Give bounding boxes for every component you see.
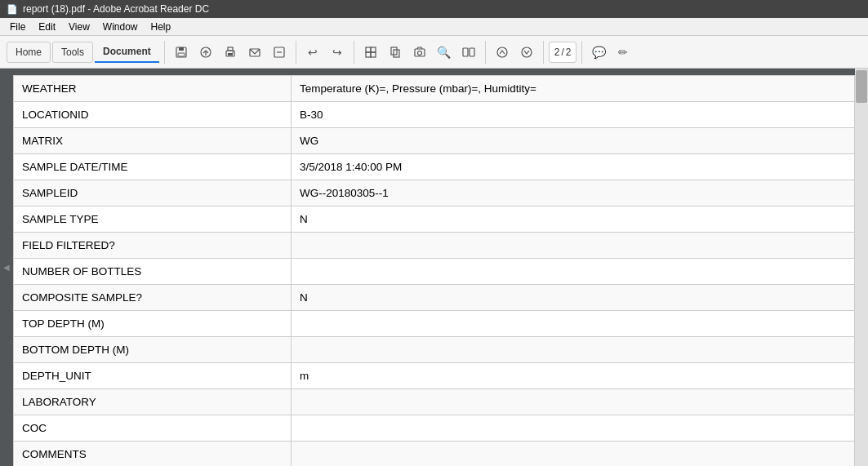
table-cell-value: N — [292, 285, 855, 311]
draw-button[interactable]: ✏ — [612, 41, 634, 64]
title-text: report (18).pdf - Adobe Acrobat Reader D… — [23, 3, 209, 15]
table-cell-value — [292, 233, 855, 259]
page-total: 2 — [566, 47, 572, 58]
table-cell-label: LOCATIONID — [14, 102, 292, 128]
pdf-page: WEATHERTemperature (K)=, Pressure (mbar)… — [13, 75, 855, 466]
upload-button[interactable] — [194, 41, 217, 64]
svg-point-23 — [522, 47, 532, 57]
nav-home[interactable]: Home — [7, 42, 51, 63]
svg-point-19 — [417, 51, 421, 55]
scroll-down-button[interactable] — [515, 41, 538, 64]
table-row: TOP DEPTH (M) — [14, 311, 855, 337]
table-cell-value — [292, 442, 855, 467]
separator-1 — [164, 41, 165, 64]
table-cell-value: m — [292, 363, 855, 389]
table-cell-value: B-30 — [292, 102, 855, 128]
table-cell-label: FIELD FILTERED? — [14, 233, 292, 259]
table-row: COMPOSITE SAMPLE?N — [14, 285, 855, 311]
save-button[interactable] — [170, 41, 193, 64]
toolbar: Home Tools Document ↩ ↪ — [0, 36, 868, 69]
left-margin: ◀ — [0, 69, 13, 466]
table-row: SAMPLE DATE/TIME3/5/2018 1:40:00 PM — [14, 154, 855, 180]
comment-button[interactable]: 💬 — [587, 41, 610, 64]
scrollbar[interactable] — [855, 69, 868, 466]
export-button[interactable] — [268, 41, 291, 64]
nav-tools[interactable]: Tools — [52, 42, 93, 63]
table-cell-value — [292, 389, 855, 415]
table-row: MATRIXWG — [14, 128, 855, 154]
table-cell-label: COMPOSITE SAMPLE? — [14, 285, 292, 311]
svg-rect-20 — [463, 48, 468, 56]
menu-edit[interactable]: Edit — [32, 20, 62, 34]
annotation-group: 💬 ✏ — [587, 41, 634, 64]
combine-button[interactable] — [359, 41, 382, 64]
app-icon: 📄 — [7, 4, 18, 15]
table-cell-value — [292, 337, 855, 363]
email-button[interactable] — [243, 41, 266, 64]
table-row: LABORATORY — [14, 389, 855, 415]
separator-4 — [485, 41, 486, 64]
scroll-group — [491, 41, 538, 64]
table-row: DEPTH_UNITm — [14, 363, 855, 389]
svg-point-22 — [497, 47, 507, 57]
svg-rect-12 — [366, 47, 371, 52]
table-cell-label: BOTTOM DEPTH (M) — [14, 337, 292, 363]
table-cell-value — [292, 259, 855, 285]
pages-button[interactable] — [384, 41, 407, 64]
table-cell-label: TOP DEPTH (M) — [14, 311, 292, 337]
table-cell-value: 3/5/2018 1:40:00 PM — [292, 154, 855, 180]
table-cell-value — [292, 415, 855, 442]
table-row: COC — [14, 415, 855, 442]
svg-rect-6 — [228, 47, 233, 51]
redo-button[interactable]: ↪ — [326, 41, 349, 64]
scrollbar-thumb[interactable] — [856, 70, 867, 103]
table-cell-label: SAMPLEID — [14, 180, 292, 206]
table-cell-value: WG--20180305--1 — [292, 180, 855, 206]
svg-rect-2 — [178, 53, 185, 56]
table-cell-label: SAMPLE DATE/TIME — [14, 154, 292, 180]
separator-2 — [296, 41, 296, 64]
tools-group — [170, 41, 291, 64]
table-cell-label: WEATHER — [14, 76, 292, 102]
svg-rect-15 — [371, 52, 376, 57]
compare-button[interactable] — [457, 41, 480, 64]
undo-button[interactable]: ↩ — [301, 41, 324, 64]
table-cell-label: MATRIX — [14, 128, 292, 154]
page-separator: / — [561, 47, 563, 58]
table-cell-value — [292, 311, 855, 337]
table-row: LOCATIONIDB-30 — [14, 102, 855, 128]
view-group: 🔍 — [359, 41, 480, 64]
table-row: BOTTOM DEPTH (M) — [14, 337, 855, 363]
page-indicator: 2 / 2 — [549, 42, 577, 63]
menu-window[interactable]: Window — [96, 20, 145, 34]
search-button[interactable]: 🔍 — [433, 41, 456, 64]
svg-rect-14 — [366, 52, 371, 57]
data-table: WEATHERTemperature (K)=, Pressure (mbar)… — [13, 75, 855, 466]
table-cell-value: N — [292, 206, 855, 233]
table-cell-label: LABORATORY — [14, 389, 292, 415]
table-row: COMMENTS — [14, 442, 855, 467]
title-bar: 📄 report (18).pdf - Adobe Acrobat Reader… — [0, 0, 868, 18]
print-button[interactable] — [219, 41, 242, 64]
table-cell-label: COMMENTS — [14, 442, 292, 467]
table-row: SAMPLE TYPEN — [14, 206, 855, 233]
table-cell-value: WG — [292, 128, 855, 154]
snapshot-button[interactable] — [408, 41, 431, 64]
scroll-up-button[interactable] — [491, 41, 514, 64]
history-group: ↩ ↪ — [301, 41, 349, 64]
separator-5 — [543, 41, 544, 64]
table-row: SAMPLEIDWG--20180305--1 — [14, 180, 855, 206]
table-row: NUMBER OF BOTTLES — [14, 259, 855, 285]
nav-group: Home Tools Document — [7, 42, 159, 63]
table-cell-label: NUMBER OF BOTTLES — [14, 259, 292, 285]
table-cell-label: COC — [14, 415, 292, 442]
menu-help[interactable]: Help — [145, 20, 178, 34]
svg-rect-1 — [179, 47, 184, 51]
menu-file[interactable]: File — [3, 20, 32, 34]
menu-bar: File Edit View Window Help — [0, 18, 868, 36]
nav-document[interactable]: Document — [95, 42, 159, 63]
page-current: 2 — [554, 47, 560, 58]
svg-rect-21 — [470, 48, 474, 56]
menu-view[interactable]: View — [62, 20, 96, 34]
separator-6 — [581, 41, 582, 64]
